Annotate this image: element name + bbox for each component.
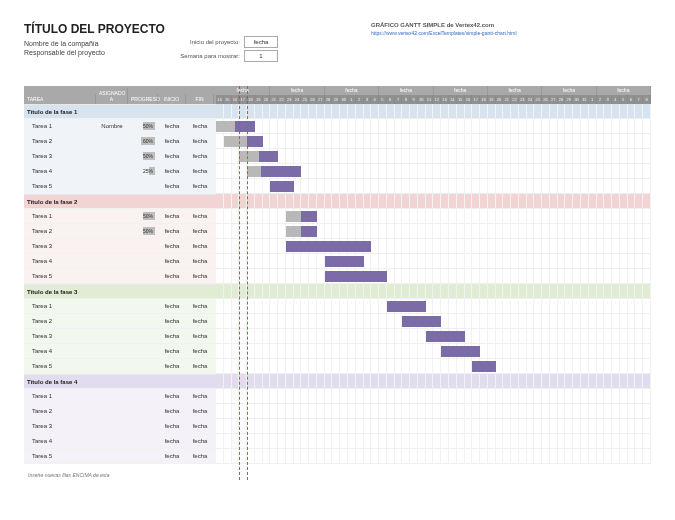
gantt-bar[interactable] [286, 241, 371, 252]
task-row[interactable]: Tarea 1fechafecha [24, 389, 216, 404]
task-row[interactable]: Tarea 5fechafecha [24, 449, 216, 464]
timeline-week: fecha [270, 86, 324, 95]
task-name: Tarea 4 [24, 348, 96, 354]
task-row[interactable]: Tarea 2fechafecha [24, 404, 216, 419]
task-row[interactable]: Tarea 5fechafecha [24, 269, 216, 284]
gantt-row[interactable] [216, 134, 651, 149]
gantt-bar[interactable] [441, 346, 480, 357]
task-row[interactable]: Tarea 4fechafecha [24, 254, 216, 269]
gantt-bar[interactable] [472, 361, 495, 372]
responsible-name[interactable]: Responsable del proyecto [24, 49, 165, 56]
phase-header[interactable]: Título de la fase 1 [24, 104, 216, 119]
task-start: fecha [158, 228, 186, 234]
company-name[interactable]: Nombre de la compañía [24, 40, 165, 47]
timeline-day: 7 [395, 95, 403, 104]
gantt-row[interactable] [216, 164, 651, 179]
timeline-day: 17 [472, 95, 480, 104]
task-name: Tarea 5 [24, 453, 96, 459]
task-row[interactable]: Tarea 260%fechafecha [24, 134, 216, 149]
timeline-day: 1 [348, 95, 356, 104]
task-end: fecha [186, 168, 214, 174]
timeline-day: 2 [597, 95, 605, 104]
task-row[interactable]: Tarea 5fechafecha [24, 359, 216, 374]
gantt-row[interactable] [216, 314, 651, 329]
task-row[interactable]: Tarea 3fechafecha [24, 239, 216, 254]
task-end: fecha [186, 213, 214, 219]
task-end: fecha [186, 183, 214, 189]
gantt-row[interactable] [216, 269, 651, 284]
task-row[interactable]: Tarea 425%fechafecha [24, 164, 216, 179]
timeline-day: 25 [534, 95, 542, 104]
gantt-row[interactable] [216, 419, 651, 434]
task-row[interactable]: Tarea 150%fechafecha [24, 209, 216, 224]
task-end: fecha [186, 363, 214, 369]
phase-header[interactable]: Título de la fase 2 [24, 194, 216, 209]
task-name: Tarea 1 [24, 393, 96, 399]
task-row[interactable]: Tarea 1fechafecha [24, 299, 216, 314]
timeline-day: 5 [379, 95, 387, 104]
task-row[interactable]: Tarea 350%fechafecha [24, 149, 216, 164]
gantt-bar[interactable] [325, 271, 387, 282]
gantt-bar[interactable] [247, 136, 263, 147]
display-week-input[interactable]: 1 [244, 50, 278, 62]
gantt-sheet: TÍTULO DEL PROYECTO Nombre de la compañí… [0, 0, 675, 502]
task-end: fecha [186, 258, 214, 264]
gantt-bar[interactable] [325, 256, 364, 267]
gantt-row[interactable] [216, 119, 651, 134]
col-assigned-header: ASIGNADO A [96, 88, 128, 104]
timeline-day: 26 [309, 95, 317, 104]
task-name: Tarea 4 [24, 258, 96, 264]
gantt-bar[interactable] [301, 226, 317, 237]
timeline-week: fecha [379, 86, 433, 95]
task-row[interactable]: Tarea 4fechafecha [24, 434, 216, 449]
task-name: Tarea 5 [24, 363, 96, 369]
task-row[interactable]: Tarea 5fechafecha [24, 179, 216, 194]
gantt-row[interactable] [216, 344, 651, 359]
project-title[interactable]: TÍTULO DEL PROYECTO [24, 22, 165, 36]
phase-header[interactable]: Título de la fase 3 [24, 284, 216, 299]
gantt-row[interactable] [216, 389, 651, 404]
col-end-header: FIN [186, 94, 214, 104]
task-end: fecha [186, 153, 214, 159]
task-row[interactable]: Tarea 4fechafecha [24, 344, 216, 359]
task-end: fecha [186, 348, 214, 354]
task-row[interactable]: Tarea 250%fechafecha [24, 224, 216, 239]
gantt-bar[interactable] [270, 181, 293, 192]
timeline-day: 22 [278, 95, 286, 104]
task-row[interactable]: Tarea 2fechafecha [24, 314, 216, 329]
source-link[interactable]: https://www.vertex42.com/ExcelTemplates/… [371, 30, 651, 36]
gantt-bar[interactable] [387, 301, 426, 312]
gantt-bar[interactable] [259, 151, 278, 162]
gantt-row[interactable] [216, 449, 651, 464]
gantt-row[interactable] [216, 404, 651, 419]
gantt-row[interactable] [216, 299, 651, 314]
task-row[interactable]: Tarea 3fechafecha [24, 419, 216, 434]
gantt-row[interactable] [216, 434, 651, 449]
gantt-row[interactable] [216, 209, 651, 224]
gantt-row[interactable] [216, 254, 651, 269]
gantt-bar[interactable] [426, 331, 465, 342]
task-row[interactable]: Tarea 1Nombre50%fechafecha [24, 119, 216, 134]
timeline-day: 6 [628, 95, 636, 104]
gantt-row[interactable] [216, 179, 651, 194]
gantt-row[interactable] [216, 224, 651, 239]
gantt-progress-bar [286, 211, 302, 222]
gantt-phase-row [216, 104, 651, 119]
phase-header[interactable]: Título de la fase 4 [24, 374, 216, 389]
gantt-row[interactable] [216, 149, 651, 164]
timeline-day: 20 [263, 95, 271, 104]
gantt-bar[interactable] [402, 316, 441, 327]
task-start: fecha [158, 348, 186, 354]
gantt-bar[interactable] [261, 166, 302, 177]
main-grid: TAREA ASIGNADO A PROGRESO INICIO FIN Tít… [24, 86, 651, 480]
start-date-input[interactable]: fecha [244, 36, 278, 48]
timeline-day: 27 [317, 95, 325, 104]
gantt-row[interactable] [216, 239, 651, 254]
gantt-row[interactable] [216, 359, 651, 374]
task-end: fecha [186, 318, 214, 324]
task-start: fecha [158, 363, 186, 369]
gantt-row[interactable] [216, 329, 651, 344]
task-row[interactable]: Tarea 3fechafecha [24, 329, 216, 344]
col-task-header: TAREA [24, 94, 96, 104]
gantt-bar[interactable] [301, 211, 317, 222]
